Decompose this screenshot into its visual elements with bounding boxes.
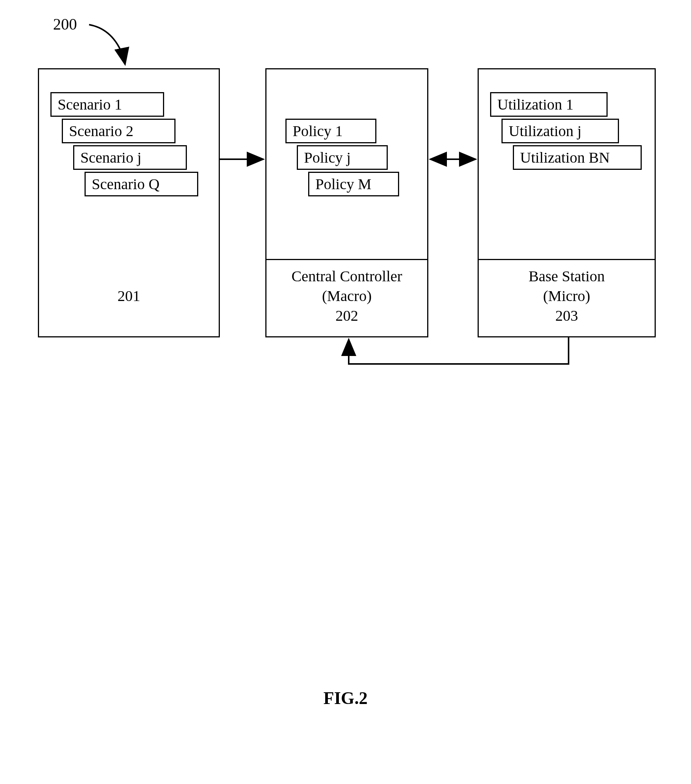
- feedback-arrow: [349, 338, 569, 364]
- block2-title: Central Controller: [267, 267, 427, 286]
- block2-id: 202: [267, 306, 427, 326]
- block2-divider: [267, 259, 427, 260]
- utilization-card-2: Utilization j: [502, 119, 619, 143]
- scenario-card-4: Scenario Q: [84, 172, 198, 196]
- block3-footer: Base Station (Micro) 203: [479, 267, 655, 326]
- figure-label-arrow: [89, 25, 125, 64]
- utilization-card-3: Utilization BN: [513, 145, 642, 170]
- scenario-card-1: Scenario 1: [50, 92, 164, 117]
- scenario-card-2: Scenario 2: [62, 119, 176, 143]
- utilization-card-1: Utilization 1: [490, 92, 608, 117]
- block3-id: 203: [479, 306, 655, 326]
- figure-number: 200: [53, 15, 77, 33]
- block3-subtitle: (Micro): [479, 286, 655, 306]
- diagram-container: 200 Scenario 1 Scenario 2 Scenario j Sce…: [0, 0, 691, 784]
- block-scenarios: Scenario 1 Scenario 2 Scenario j Scenari…: [38, 68, 220, 338]
- figure-caption: FIG.2: [323, 688, 367, 708]
- block1-footer: 201: [39, 286, 219, 306]
- policy-card-2: Policy j: [297, 145, 388, 170]
- block1-id: 201: [39, 286, 219, 306]
- policy-card-1: Policy 1: [285, 119, 377, 143]
- block-base-station: Utilization 1 Utilization j Utilization …: [477, 68, 656, 338]
- block-central-controller: Policy 1 Policy j Policy M Central Contr…: [265, 68, 428, 338]
- block3-divider: [479, 259, 655, 260]
- policy-card-3: Policy M: [308, 172, 399, 196]
- scenario-card-3: Scenario j: [73, 145, 187, 170]
- block2-subtitle: (Macro): [267, 286, 427, 306]
- block3-title: Base Station: [479, 267, 655, 286]
- block2-footer: Central Controller (Macro) 202: [267, 267, 427, 326]
